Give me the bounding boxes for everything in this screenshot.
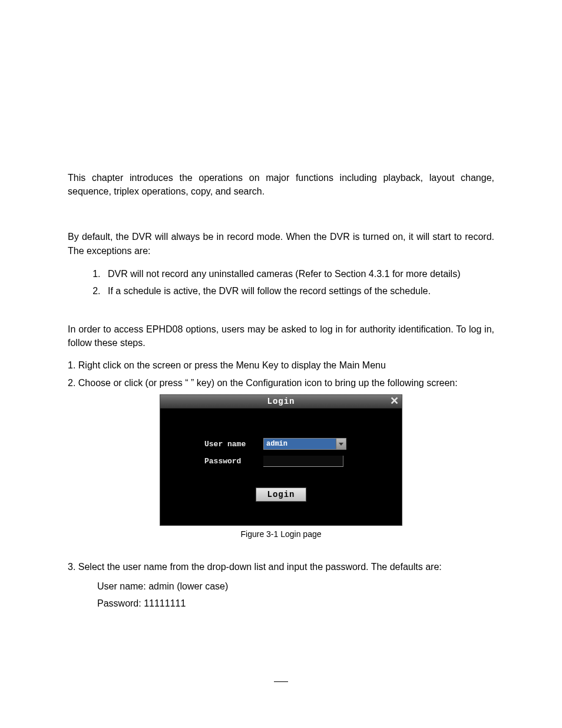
exception-item: If a schedule is active, the DVR will fo… <box>103 283 494 299</box>
intro-paragraph: This chapter introduces the operations o… <box>68 171 494 198</box>
spacer <box>68 304 494 322</box>
exceptions-list: DVR will not record any uninstalled came… <box>68 266 494 299</box>
username-row: User name admin <box>178 438 384 450</box>
step-3: 3. Select the user name from the drop-do… <box>68 560 494 575</box>
default-password: Password: 11111111 <box>97 595 494 612</box>
step-1: 1. Right click on the screen or press th… <box>68 358 494 373</box>
login-button[interactable]: Login <box>256 487 306 502</box>
login-button-row: Login <box>178 487 384 502</box>
default-username: User name: admin (lower case) <box>97 578 494 595</box>
login-window-title: Login <box>267 397 295 406</box>
defaults-block: User name: admin (lower case) Password: … <box>68 578 494 612</box>
login-intro-paragraph: In order to access EPHD08 options, users… <box>68 322 494 350</box>
footer-divider <box>274 681 288 682</box>
username-value: admin <box>266 440 287 448</box>
spacer <box>68 542 494 556</box>
close-icon[interactable]: ✕ <box>388 395 401 408</box>
username-label: User name <box>178 440 263 449</box>
step-2: 2. Choose or click (or press “ ” key) on… <box>68 376 494 391</box>
record-intro-paragraph: By default, the DVR will always be in re… <box>68 230 494 257</box>
document-page: This chapter introduces the operations o… <box>0 0 562 612</box>
login-window: Login ✕ User name admin Password Login <box>160 394 402 526</box>
figure-wrapper: Login ✕ User name admin Password Login <box>68 394 494 539</box>
password-row: Password <box>178 456 384 467</box>
spacer <box>68 206 494 230</box>
chevron-down-icon[interactable] <box>336 439 346 449</box>
login-titlebar: Login ✕ <box>160 395 402 409</box>
login-body: User name admin Password Login <box>160 409 402 525</box>
password-input[interactable] <box>263 456 343 467</box>
username-select[interactable]: admin <box>263 438 346 450</box>
password-label: Password <box>178 457 263 466</box>
exception-item: DVR will not record any uninstalled came… <box>103 266 494 282</box>
figure-caption: Figure 3-1 Login page <box>68 529 494 539</box>
